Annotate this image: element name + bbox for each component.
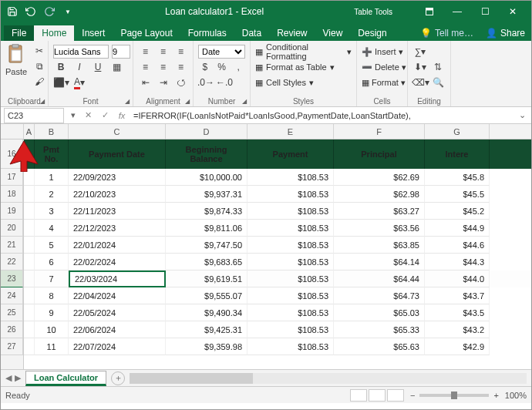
cell[interactable]: 22/01/2024 [69,237,166,254]
cell[interactable]: $44.0 [425,271,490,287]
format-as-table-button[interactable]: ▦Format as Table ▾ [255,59,352,75]
cell[interactable]: 22/04/2024 [69,287,166,304]
cell[interactable]: $45.5 [425,186,490,203]
cell[interactable]: $64.44 [334,271,425,287]
align-middle-button[interactable]: ≡ [156,45,170,59]
cell[interactable]: $65.33 [334,321,425,338]
decrease-indent-button[interactable]: ⇤ [138,76,153,89]
cell[interactable]: 9 [35,304,69,321]
paste-button[interactable]: Paste [5,44,27,89]
cell[interactable] [24,338,35,355]
tab-formulas[interactable]: Formulas [180,25,234,41]
cell-styles-button[interactable]: ▦Cell Styles ▾ [255,75,352,90]
font-expand-icon[interactable]: ◢ [125,98,130,105]
cell[interactable]: 22/02/2024 [69,254,166,271]
row-header[interactable]: 22 [1,254,23,271]
column-heading[interactable]: Beginning Balance [166,139,247,169]
cell[interactable]: 22/03/2024 [69,271,166,287]
cell[interactable]: $63.27 [334,203,425,220]
zoom-level[interactable]: 100% [505,391,527,400]
cell[interactable]: 5 [35,237,69,254]
cell[interactable]: $108.53 [247,338,334,355]
cell[interactable] [24,304,35,321]
borders-button[interactable]: ▦ [109,60,124,74]
horizontal-scrollbar[interactable] [130,373,527,384]
tab-file[interactable]: File [4,25,34,41]
tab-design[interactable]: Design [350,25,394,41]
row-header[interactable]: 27 [1,338,23,355]
italic-button[interactable]: I [72,60,87,74]
insert-function-icon[interactable]: fx [113,111,130,120]
cell[interactable]: $43.5 [425,304,490,321]
cell[interactable]: $44.9 [425,220,490,237]
cell[interactable]: 22/09/2023 [69,169,166,186]
column-header[interactable]: E [247,124,334,139]
cell[interactable]: $108.53 [247,271,334,287]
comma-button[interactable]: , [231,60,245,74]
column-heading[interactable]: Pmt No. [35,139,69,169]
cell[interactable]: 1 [35,169,69,186]
cell[interactable]: 22/05/2024 [69,304,166,321]
cell[interactable] [24,271,35,287]
column-header[interactable]: G [425,124,490,139]
orientation-button[interactable]: ⭯ [173,76,188,89]
cell[interactable]: 22/06/2024 [69,321,166,338]
cell[interactable]: $44.3 [425,254,490,271]
cell[interactable]: $9,555.07 [166,287,247,304]
cell[interactable]: 7 [35,271,69,287]
tab-page-layout[interactable]: Page Layout [113,25,180,41]
cell[interactable]: 4 [35,220,69,237]
save-icon[interactable] [5,5,19,18]
cell[interactable]: $42.9 [425,338,490,355]
align-expand-icon[interactable]: ◢ [185,98,190,105]
align-center-button[interactable]: ≡ [156,60,170,74]
cell[interactable]: 22/10/2023 [69,186,166,203]
row-header[interactable]: 20 [1,220,23,237]
percent-button[interactable]: % [215,60,229,74]
sheet-nav-first-icon[interactable]: ◀ [5,373,12,383]
zoom-in-button[interactable]: + [493,391,498,400]
cell[interactable]: $108.53 [247,254,334,271]
row-header[interactable]: 19 [1,203,23,220]
decrease-decimal-button[interactable]: ←.0 [217,76,232,89]
column-header[interactable]: B [35,124,69,139]
row-header[interactable]: 18 [1,186,23,203]
row-header[interactable]: 17 [1,169,23,186]
select-all-corner[interactable] [1,124,24,139]
tab-data[interactable]: Data [234,25,269,41]
sheet-tab-active[interactable]: Loan Calculator [25,371,106,386]
align-top-button[interactable]: ≡ [138,45,153,59]
tab-insert[interactable]: Insert [74,25,113,41]
column-heading[interactable]: Payment Date [69,139,166,169]
zoom-out-button[interactable]: − [410,391,415,400]
new-sheet-button[interactable]: ＋ [111,371,125,385]
cell[interactable]: 11 [35,338,69,355]
cell[interactable]: 22/07/2024 [69,338,166,355]
column-heading[interactable]: Payment [247,139,334,169]
cell[interactable] [24,254,35,271]
tab-home[interactable]: Home [34,25,74,41]
fill-color-button[interactable]: ⬛▾ [53,76,69,89]
row-header[interactable]: 24 [1,287,23,304]
redo-icon[interactable] [42,5,56,18]
clear-button[interactable]: ⌫▾ [412,76,428,89]
cell[interactable]: $64.73 [334,287,425,304]
sheet-nav-last-icon[interactable]: ▶ [15,373,21,383]
find-select-button[interactable]: 🔍 [431,76,446,89]
sort-filter-button[interactable]: ⇅ [431,60,446,74]
fill-button[interactable]: ⬇▾ [412,60,428,74]
number-format-select[interactable]: Date [198,45,245,59]
align-left-button[interactable]: ≡ [138,60,153,74]
cell[interactable]: $63.56 [334,220,425,237]
bold-button[interactable]: B [53,60,69,74]
align-bottom-button[interactable]: ≡ [173,45,188,59]
row-header[interactable]: 26 [1,321,23,338]
cell[interactable]: $9,683.65 [166,254,247,271]
format-cells-button[interactable]: ▦Format ▾ [362,75,402,90]
conditional-formatting-button[interactable]: ▦Conditional Formatting ▾ [255,44,352,59]
cell[interactable]: $65.63 [334,338,425,355]
clipboard-expand-icon[interactable]: ◢ [40,98,45,105]
cell[interactable]: 8 [35,287,69,304]
cell[interactable]: $108.53 [247,186,334,203]
cut-button[interactable]: ✂ [32,44,47,58]
